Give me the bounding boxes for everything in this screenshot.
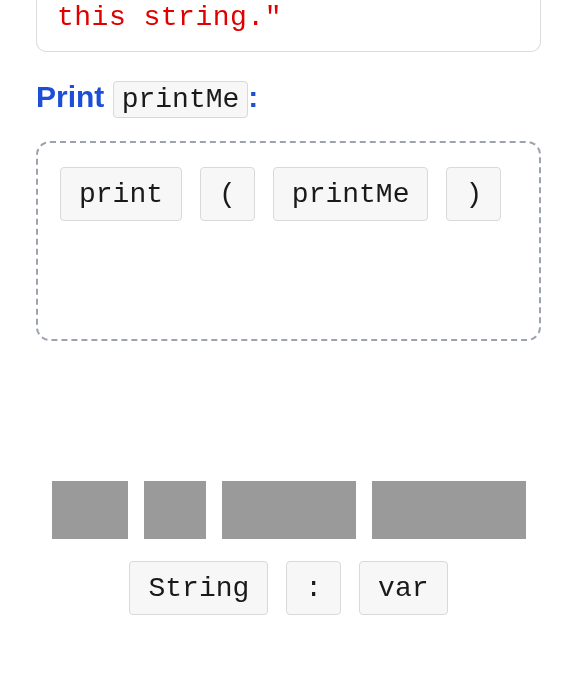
code-block: this string." — [36, 0, 541, 52]
tile-open-paren[interactable]: ( — [200, 167, 255, 221]
placeholder-slot[interactable] — [222, 481, 356, 539]
tile-bank: String : var — [0, 561, 577, 615]
instruction-keyword: Print — [36, 80, 104, 113]
placeholder-slot[interactable] — [144, 481, 206, 539]
drop-zone[interactable]: print ( printMe ) — [36, 141, 541, 341]
tile-print[interactable]: print — [60, 167, 182, 221]
instruction-variable: printMe — [113, 81, 249, 118]
instruction-colon: : — [248, 80, 258, 113]
tile-close-paren[interactable]: ) — [446, 167, 501, 221]
placeholder-slot[interactable] — [372, 481, 526, 539]
tile-var[interactable]: var — [359, 561, 447, 615]
tile-printme[interactable]: printMe — [273, 167, 429, 221]
placeholder-row — [0, 481, 577, 539]
tile-colon[interactable]: : — [286, 561, 341, 615]
tile-string[interactable]: String — [129, 561, 268, 615]
instruction-line: Print printMe: — [36, 78, 541, 119]
code-string-literal: this string." — [57, 2, 282, 33]
placeholder-slot[interactable] — [52, 481, 128, 539]
